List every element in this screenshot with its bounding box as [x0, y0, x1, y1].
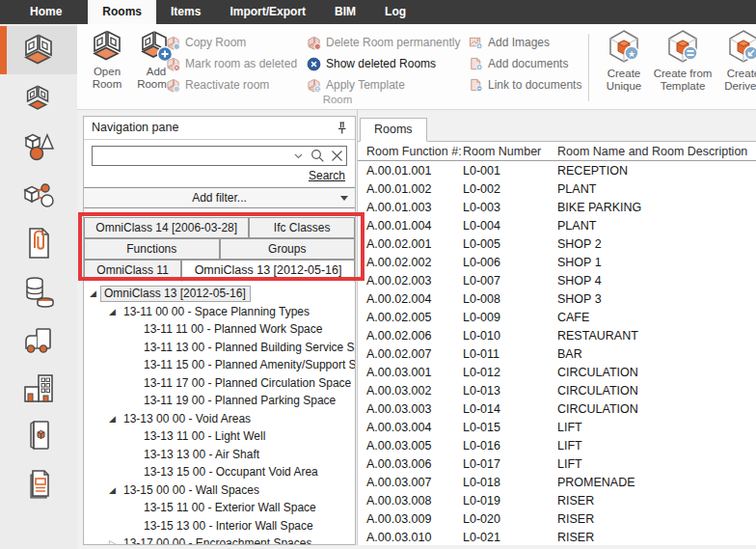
tree-item[interactable]: 13-13 13 00 - Air Shaft	[84, 446, 355, 464]
menu-item[interactable]: BIM	[320, 0, 370, 24]
tree-item[interactable]: OmniClass 13 [2012-05-16]	[84, 285, 355, 303]
table-row[interactable]: A.00.01.004 L0-004 PLANT	[358, 216, 756, 234]
table-row[interactable]: A.00.03.009 L0-020 RISER	[358, 509, 756, 528]
sidebar-item-attachments[interactable]	[0, 219, 77, 267]
create-from-template-button[interactable]: Create from Template	[652, 29, 714, 106]
table-row[interactable]: A.00.02.001 L0-005 SHOP 2	[358, 234, 756, 253]
tree-item[interactable]: 13-11 13 00 - Planned Building Service S…	[84, 339, 355, 357]
room-number-cell: L0-010	[463, 329, 557, 343]
add-documents-button[interactable]: Add documents	[469, 53, 581, 74]
rooms-panel: Rooms Room Function #: Room Number Room …	[357, 110, 756, 545]
room-name-cell: SHOP 1	[557, 256, 756, 269]
menu-item[interactable]: Import/Export	[215, 0, 320, 24]
mark-room-deleted-icon	[166, 57, 180, 71]
mark-room-deleted-button[interactable]: Mark room as deleted	[166, 53, 297, 74]
add-filter-dropdown[interactable]: Add filter...	[84, 187, 355, 208]
table-row[interactable]: A.00.02.007 L0-011 BAR	[358, 344, 756, 363]
navigation-pane-title: Navigation pane	[92, 117, 178, 139]
sidebar-item-rooms[interactable]	[0, 26, 77, 74]
sidebar-item-logistics[interactable]	[0, 316, 77, 364]
tree-item[interactable]: 13-15 13 00 - Interior Wall Space	[84, 517, 355, 535]
sidebar-item-buildings[interactable]	[0, 364, 77, 412]
search-options-chevron-icon[interactable]	[288, 147, 308, 165]
apply-template-button[interactable]: Apply Template	[307, 74, 460, 96]
open-room-button[interactable]: Open Room	[83, 29, 131, 106]
tree-item[interactable]: 13-11 15 00 - Planned Amenity/Support S	[84, 356, 355, 374]
table-row[interactable]: A.00.03.003 L0-014 CIRCULATION	[358, 399, 756, 418]
room-name-cell: BIKE PARKING	[557, 201, 756, 214]
clear-search-icon[interactable]	[327, 147, 346, 165]
column-header-room-function[interactable]: Room Function #:	[366, 145, 463, 158]
sidebar-item-reports[interactable]	[0, 460, 77, 508]
add-images-button[interactable]: Add Images	[469, 32, 581, 53]
create-derived-button[interactable]: Create Derived	[716, 29, 756, 106]
tree-item[interactable]: 13-11 17 00 - Planned Circulation Space	[84, 374, 355, 393]
add-images-icon	[469, 36, 483, 50]
table-row[interactable]: A.00.02.005 L0-009 CAFE	[358, 308, 756, 326]
sidebar-item-item-links[interactable]	[0, 171, 77, 219]
table-row[interactable]: A.00.03.001 L0-012 CIRCULATION	[358, 363, 756, 381]
tree-item[interactable]: 13-11 19 00 - Planned Parking Space	[84, 392, 355, 410]
column-header-room-number[interactable]: Room Number	[463, 145, 557, 158]
search-link[interactable]: Search	[309, 169, 345, 182]
classification-tab[interactable]: OmniClass 11	[84, 260, 181, 281]
tree-expander-icon[interactable]	[109, 538, 123, 545]
table-row[interactable]: A.00.03.005 L0-016 LIFT	[358, 436, 756, 454]
tree-item[interactable]: 13-13 15 00 - Occupant Void Area	[84, 463, 355, 481]
sidebar-item-catalog[interactable]	[0, 412, 77, 460]
tree-item[interactable]: 13-13 11 00 - Light Well	[84, 427, 355, 446]
table-row[interactable]: A.00.03.007 L0-018 PROMENADE	[358, 473, 756, 491]
table-row[interactable]: A.00.02.002 L0-006 SHOP 1	[358, 253, 756, 271]
table-row[interactable]: A.00.02.004 L0-008 SHOP 3	[358, 289, 756, 308]
delete-room-permanently-button[interactable]: Delete Room permanently	[307, 32, 460, 53]
room-number-cell: L0-005	[463, 237, 557, 251]
tree-item[interactable]: 13-13 00 00 - Void Areas	[84, 410, 355, 428]
search-input[interactable]	[93, 148, 288, 164]
column-header-room-name[interactable]: Room Name and Room Description	[557, 145, 756, 158]
table-row[interactable]: A.00.02.006 L0-010 RESTAURANT	[358, 326, 756, 344]
room-name-cell: RESTAURANT	[557, 329, 756, 343]
sidebar-item-room-data[interactable]	[0, 74, 77, 123]
table-row[interactable]: A.00.03.008 L0-019 RISER	[358, 491, 756, 509]
classification-tab[interactable]: Ifc Classes	[249, 217, 355, 238]
table-row[interactable]: A.00.01.002 L0-002 PLANT	[358, 179, 756, 198]
tree-item[interactable]: 13-15 11 00 - Exterior Wall Space	[84, 499, 355, 517]
tree-expander-icon[interactable]	[109, 485, 123, 495]
room-function-cell: A.00.02.006	[366, 329, 463, 343]
classification-tab[interactable]: OmniClass 13 [2012-05-16]	[181, 260, 355, 282]
classification-tab[interactable]: Functions	[84, 238, 220, 260]
show-deleted-rooms-toggle[interactable]: Show deleted Rooms	[307, 53, 460, 74]
tree-item[interactable]: 13-17 00 00 - Encroachment Spaces	[84, 535, 355, 545]
table-row[interactable]: A.00.01.001 L0-001 RECEPTION	[358, 161, 756, 179]
catalog-icon	[23, 419, 54, 453]
classification-tab[interactable]: Groups	[220, 238, 356, 260]
tree-item[interactable]: 13-11 00 00 - Space Planning Types	[84, 303, 355, 321]
room-name-cell: LIFT	[557, 421, 756, 434]
tree-expander-icon[interactable]	[109, 414, 123, 424]
link-to-documents-button[interactable]: Link to documents	[469, 74, 581, 96]
create-unique-button[interactable]: ★ Create Unique	[599, 29, 649, 106]
tree-item[interactable]: 13-11 11 00 - Planned Work Space	[84, 320, 355, 339]
menu-item[interactable]: Home	[15, 0, 76, 24]
table-row[interactable]: A.00.03.004 L0-015 LIFT	[358, 418, 756, 436]
copy-room-button[interactable]: Copy Room	[166, 32, 297, 53]
menu-item[interactable]: Items	[156, 0, 215, 24]
search-icon[interactable]	[308, 147, 327, 165]
room-function-cell: A.00.01.002	[366, 182, 463, 196]
menu-item[interactable]: Log	[370, 0, 420, 24]
rooms-tab[interactable]: Rooms	[360, 118, 427, 142]
table-row[interactable]: A.00.02.003 L0-007 SHOP 4	[358, 271, 756, 289]
classification-tab[interactable]: OmniClass 14 [2006-03-28]	[84, 217, 249, 238]
tree-expander-icon[interactable]	[109, 307, 123, 316]
table-row[interactable]: A.00.03.002 L0-013 CIRCULATION	[358, 381, 756, 399]
reactivate-room-button[interactable]: Reactivate room	[166, 74, 297, 96]
sidebar-item-items[interactable]	[0, 123, 77, 171]
pin-icon[interactable]	[337, 122, 347, 135]
tree-item[interactable]: 13-15 00 00 - Wall Spaces	[84, 481, 355, 500]
table-row[interactable]: A.00.01.003 L0-003 BIKE PARKING	[358, 198, 756, 216]
table-row[interactable]: A.00.03.006 L0-017 LIFT	[358, 454, 756, 473]
table-row[interactable]: A.00.03.010 L0-021 RISER	[358, 528, 756, 545]
menu-item[interactable]: Rooms	[88, 0, 156, 24]
ribbon-separator	[588, 34, 589, 101]
sidebar-item-database[interactable]	[0, 267, 77, 316]
